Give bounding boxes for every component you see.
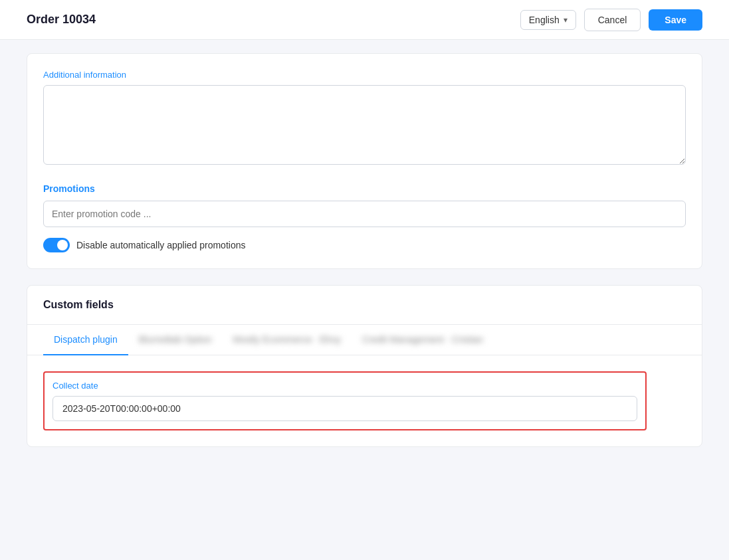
cancel-button[interactable]: Cancel <box>584 9 641 31</box>
tab-blurred-2[interactable]: Blurredtab Option <box>128 325 223 355</box>
tabs-container: Dispatch plugin Blurredtab Option Mostly… <box>27 325 702 355</box>
custom-fields-header: Custom fields <box>27 286 702 325</box>
language-selector[interactable]: English ▾ <box>520 10 576 30</box>
additional-info-label: Additional information <box>43 70 686 80</box>
custom-fields-title: Custom fields <box>43 299 114 310</box>
tab-content: Collect date 2023-05-20T00:00:00+00:00 <box>27 355 702 446</box>
tab-blurred-4[interactable]: Credit Management · Cristian <box>352 325 494 355</box>
header-actions: English ▾ Cancel Save <box>520 9 702 31</box>
promotion-code-input[interactable] <box>43 201 686 227</box>
custom-fields-card: Custom fields Dispatch plugin Blurredtab… <box>27 285 702 447</box>
collect-date-label: Collect date <box>52 381 637 391</box>
language-label: English <box>529 15 560 25</box>
toggle-label: Disable automatically applied promotions <box>76 240 245 250</box>
collect-date-input[interactable]: 2023-05-20T00:00:00+00:00 <box>52 396 637 421</box>
additional-info-textarea[interactable] <box>43 85 686 165</box>
disable-promotions-toggle[interactable] <box>43 238 70 252</box>
promotions-label: Promotions <box>43 183 686 194</box>
collect-date-highlighted-group: Collect date 2023-05-20T00:00:00+00:00 <box>43 371 647 430</box>
page-header: Order 10034 English ▾ Cancel Save <box>0 0 729 40</box>
page-title: Order 10034 <box>27 13 96 27</box>
chevron-down-icon: ▾ <box>564 15 568 25</box>
save-button[interactable]: Save <box>649 9 702 31</box>
tab-dispatch-plugin[interactable]: Dispatch plugin <box>43 325 128 355</box>
additional-info-card: Additional information Promotions Disabl… <box>27 53 702 269</box>
tab-blurred-3[interactable]: Mostly Ecommerce · Elroy <box>222 325 352 355</box>
promotions-section: Promotions Disable automatically applied… <box>43 183 686 252</box>
toggle-row: Disable automatically applied promotions <box>43 238 686 252</box>
main-content: Additional information Promotions Disabl… <box>0 40 729 476</box>
